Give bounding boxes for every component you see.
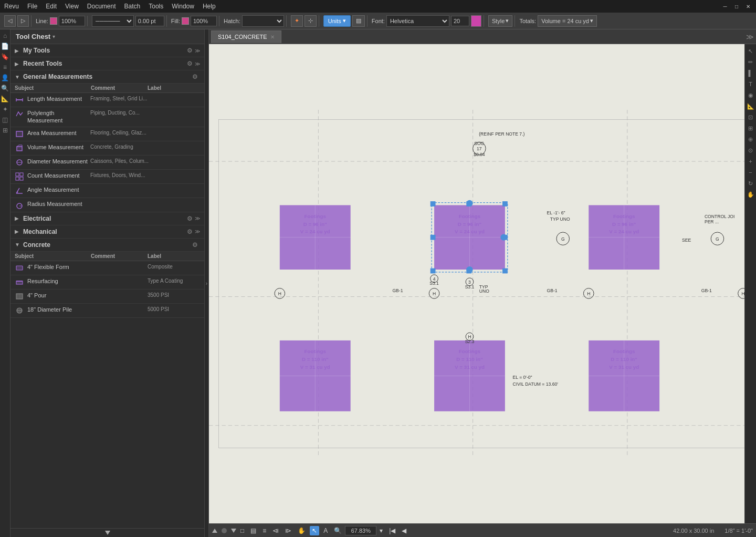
left-icon-layers[interactable]: ≡ [1,63,9,71]
tool-row-pour[interactable]: 4" Pour 3500 PSI [10,290,204,304]
nav-prev-button[interactable]: ⧏ [270,526,281,535]
zoom-out-button[interactable]: 🔍 [332,526,344,535]
first-page-button[interactable]: |◀ [387,526,397,535]
tool-chest-arrow[interactable]: ▾ [52,34,55,39]
tool-row-resurfacing[interactable]: Resurfacing Type A Coating [10,275,204,290]
canvas-icon-pan[interactable]: ✋ [746,190,755,199]
mechanical-gear-icon[interactable]: ⚙ [187,228,193,235]
hatch-select[interactable] [242,15,284,27]
minimize-button[interactable]: ─ [721,3,729,10]
totals-value-button[interactable]: Volume = 24 cu yd ▾ [538,15,597,27]
menu-revu[interactable]: Revu [4,3,19,10]
left-icon-stamps[interactable]: ✦ [1,105,9,113]
tool-row-volume[interactable]: Volume Measurement Concrete, Grading [10,141,204,156]
forward-button[interactable]: ▷ [17,15,29,27]
left-icon-forms[interactable]: ◫ [1,116,9,124]
left-icon-search[interactable]: 🔍 [1,84,9,92]
recent-tools-expand-icon[interactable]: ≫ [195,61,200,67]
line-color-swatch[interactable] [50,17,57,25]
canvas-icon-image[interactable]: ⊡ [746,112,755,122]
tool-row-pile[interactable]: 18" Diameter Pile 5000 PSI [10,304,204,318]
concrete-gear-icon[interactable]: ⚙ [192,241,198,249]
text-select-button[interactable]: A [321,526,330,535]
my-tools-gear-icon[interactable]: ⚙ [187,47,193,54]
menu-help[interactable]: Help [203,3,216,10]
left-icon-bookmarks[interactable]: 🔖 [1,53,9,61]
general-gear-icon[interactable]: ⚙ [192,73,198,80]
electrical-section[interactable]: ▶ Electrical ⚙ ≫ [10,212,204,225]
tool-row-length[interactable]: Length Measurement Framing, Steel, Grid … [10,93,204,107]
line-pt-input[interactable] [135,16,164,26]
tool-row-diameter[interactable]: Diameter Measurement Caissons, Piles, Co… [10,156,204,170]
zoom-level-input[interactable] [345,526,376,535]
pan-button[interactable]: ✋ [296,526,308,535]
font-select[interactable]: Helvetica [386,15,449,27]
continuous-button[interactable]: ≡ [260,526,268,535]
general-measurements-section[interactable]: ▼ General Measurements ⚙ [10,70,204,84]
fill-pct-input[interactable] [191,16,217,26]
columns-button[interactable]: ▤ [352,15,365,27]
style-button[interactable]: Style ▾ [488,15,512,27]
tool-row-polylength[interactable]: Polylength Measurement Piping, Ducting, … [10,107,204,127]
canvas-icon-cursor[interactable]: ↖ [746,46,755,56]
electrical-expand-icon[interactable]: ≫ [195,215,200,221]
canvas-icon-grid[interactable]: ⊞ [746,123,755,133]
mechanical-section[interactable]: ▶ Mechanical ⚙ ≫ [10,225,204,239]
canvas-icon-zoom-fit[interactable]: ⊙ [746,146,755,155]
canvas-icon-zoom-in[interactable]: + [746,157,755,166]
canvas-icon-snap[interactable]: ⊕ [746,135,755,144]
canvas-icon-pen[interactable]: ✏ [746,57,755,67]
calibrate-button[interactable]: ✦ [291,15,303,27]
tab-expand-button[interactable]: ≫ [746,33,754,41]
canvas-icon-measure[interactable]: 📐 [746,101,755,111]
canvas-icon-text[interactable]: T [746,79,755,89]
my-tools-expand-icon[interactable]: ≫ [195,48,200,54]
menu-edit[interactable]: Edit [46,3,57,10]
units-button[interactable]: Units ▾ [323,15,351,27]
left-icon-pages[interactable]: 📄 [1,42,9,50]
canvas-icon-rotate[interactable]: ↻ [746,179,755,188]
snap-button[interactable]: ⊹ [304,15,317,27]
menu-tools[interactable]: Tools [149,3,163,10]
recent-tools-gear-icon[interactable]: ⚙ [187,60,193,67]
menu-batch[interactable]: Batch [124,3,141,10]
canvas-icon-highlight[interactable]: ▌ [746,68,755,78]
menu-view[interactable]: View [65,3,79,10]
prev-page-button[interactable]: ◀ [400,526,408,535]
select-button[interactable]: ↖ [310,526,319,535]
back-button[interactable]: ◁ [4,15,16,27]
tool-chest-expander[interactable]: › [205,29,209,537]
tool-row-flex-form[interactable]: 4" Flexible Form Composite [10,261,204,275]
tool-row-angle[interactable]: Angle Measurement [10,184,204,198]
my-tools-section[interactable]: ▶ My Tools ⚙ ≫ [10,44,204,57]
canvas-icon-stamp[interactable]: ◉ [746,90,755,100]
electrical-gear-icon[interactable]: ⚙ [187,215,193,222]
tool-row-count[interactable]: Count Measurement Fixtures, Doors, Wind.… [10,170,204,184]
fill-color-swatch[interactable] [182,17,189,25]
scroll-down-arrow[interactable] [105,531,110,535]
left-icon-compare[interactable]: ⊞ [1,126,9,135]
font-color-button[interactable] [471,15,481,27]
tab-s104-concrete[interactable]: S104_CONCRETE ✕ [211,30,281,43]
close-button[interactable]: ✕ [744,3,752,10]
menu-document[interactable]: Document [87,3,116,10]
tool-row-radius[interactable]: Radius Measurement [10,198,204,212]
zoom-dropdown-button[interactable]: ▾ [377,526,385,535]
single-page-button[interactable]: ▤ [248,526,258,535]
line-style-select[interactable]: ────── [92,15,134,27]
left-icon-user[interactable]: 👤 [1,74,9,82]
canvas-icon-zoom-out[interactable]: − [746,168,755,177]
left-icon-home[interactable]: ⌂ [1,32,9,40]
nav-next-button[interactable]: ⧐ [283,526,293,535]
menu-file[interactable]: File [27,3,37,10]
line-width-input[interactable] [59,16,85,26]
tool-row-area[interactable]: Area Measurement Flooring, Ceiling, Glaz… [10,127,204,141]
concrete-section[interactable]: ▼ Concrete ⚙ [10,239,204,252]
left-icon-measurements[interactable]: 📐 [1,95,9,103]
maximize-button[interactable]: □ [733,3,740,10]
blueprint-canvas[interactable]: (REINF PER NOTE 7.) SOG Footings D = 96 … [209,44,756,523]
font-size-input[interactable] [451,16,469,26]
menu-window[interactable]: Window [172,3,194,10]
recent-tools-section[interactable]: ▶ Recent Tools ⚙ ≫ [10,57,204,70]
mechanical-expand-icon[interactable]: ≫ [195,229,200,234]
